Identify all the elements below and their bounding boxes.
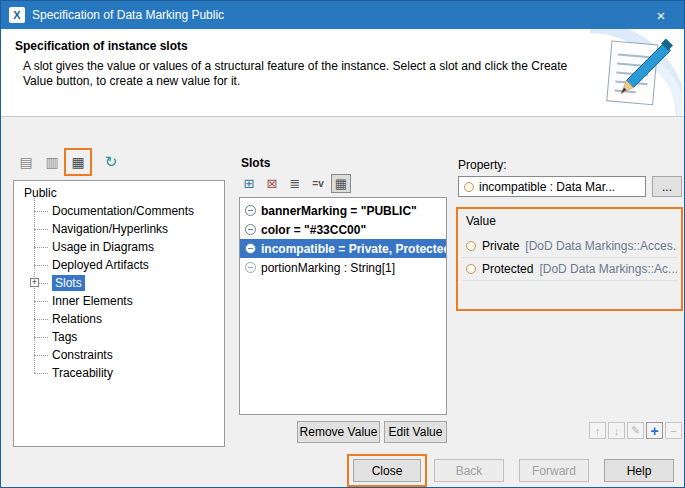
tree-item-label: Tags <box>52 330 77 344</box>
specification-dialog: X Specification of Data Marking Public ×… <box>0 0 685 488</box>
slot-icon <box>245 262 256 273</box>
forward-button[interactable]: Forward <box>519 459 589 482</box>
header-description: A slot gives the value or values of a st… <box>23 59 568 89</box>
slot-item-label: incompatible = Private, Protected <box>261 242 446 256</box>
tree-item-relations[interactable]: Relations <box>28 310 224 328</box>
document-pencil-illustration <box>552 29 682 116</box>
tree-item-label: Documentation/Comments <box>52 204 194 218</box>
back-button[interactable]: Back <box>434 459 504 482</box>
show-slots-with-values-icon[interactable]: =v <box>308 174 328 193</box>
tree-item-label: Navigation/Hyperlinks <box>52 222 168 236</box>
value-section-highlight: Value Private [DoD Data Markings::Acces.… <box>456 207 683 311</box>
property-label: Property: <box>458 158 507 172</box>
property-field[interactable]: incompatible : Data Mar... <box>458 176 646 197</box>
remove-value-small-button[interactable]: − <box>665 422 682 439</box>
header-title: Specification of instance slots <box>15 39 188 53</box>
close-button[interactable]: Close <box>353 459 421 482</box>
tree-item-label: Relations <box>52 312 102 326</box>
value-item-private[interactable]: Private [DoD Data Markings::Acces... <box>462 235 677 258</box>
slot-icon <box>245 224 256 235</box>
tree-item-label: Deployed Artifacts <box>52 258 149 272</box>
tree-item-label: Inner Elements <box>52 294 133 308</box>
slot-item-portionmarking[interactable]: portionMarking : String[1] <box>240 258 446 277</box>
grid-view-icon[interactable]: ▦ <box>331 174 351 193</box>
tree-item-documentation-comments[interactable]: Documentation/Comments <box>28 202 224 220</box>
tree-item-slots[interactable]: + Slots <box>28 274 224 292</box>
tree-view-icon[interactable]: ▤ <box>16 152 36 172</box>
tree-item-tags[interactable]: Tags <box>28 328 224 346</box>
tree-item-constraints[interactable]: Constraints <box>28 346 224 364</box>
tree-item-usage-in-diagrams[interactable]: Usage in Diagrams <box>28 238 224 256</box>
remove-value-button[interactable]: Remove Value <box>297 421 380 443</box>
tree-item-inner-elements[interactable]: Inner Elements <box>28 292 224 310</box>
tree-item-navigation-hyperlinks[interactable]: Navigation/Hyperlinks <box>28 220 224 238</box>
slot-item-label: color = "#33CC00" <box>261 223 366 237</box>
help-button[interactable]: Help <box>604 459 674 482</box>
expander-icon[interactable]: + <box>30 278 39 287</box>
tree-item-label: Traceability <box>52 366 113 380</box>
slots-section-title: Slots <box>241 156 270 170</box>
illustration-svg <box>552 29 682 116</box>
slots-toolbar: ⊞ ⊠ ≣ =v ▦ <box>239 174 351 193</box>
add-value-button[interactable]: + <box>646 422 663 439</box>
create-value-icon[interactable]: ⊞ <box>239 174 259 193</box>
edit-value-button[interactable]: Edit Value <box>384 421 447 443</box>
value-path: [DoD Data Markings::Ac... <box>539 262 677 276</box>
slot-list: bannerMarking = "PUBLIC" color = "#33CC0… <box>239 197 447 415</box>
enumeration-literal-icon <box>466 241 476 251</box>
slot-icon <box>245 243 256 254</box>
slot-item-label: portionMarking : String[1] <box>261 261 395 275</box>
magicdraw-app-icon: X <box>9 7 25 23</box>
value-section-label: Value <box>466 214 496 228</box>
tree-item-deployed-artifacts[interactable]: Deployed Artifacts <box>28 256 224 274</box>
tree-item-label-selected: Slots <box>52 275 85 291</box>
tree-item-label: Usage in Diagrams <box>52 240 154 254</box>
dialog-header: Specification of instance slots A slot g… <box>1 29 684 117</box>
tree-children: Documentation/Comments Navigation/Hyperl… <box>28 202 224 382</box>
move-down-button[interactable]: ↓ <box>608 422 625 439</box>
property-value: incompatible : Data Mar... <box>479 180 615 194</box>
browse-button[interactable]: ... <box>652 176 682 197</box>
refresh-icon[interactable]: ↻ <box>101 152 121 172</box>
containment-tree: Public Documentation/Comments Navigation… <box>13 180 225 447</box>
value-name: Private <box>482 239 519 253</box>
tree-item-label: Constraints <box>52 348 113 362</box>
inherited-view-icon[interactable]: ▥ <box>42 152 62 172</box>
tree-item-traceability[interactable]: Traceability <box>28 364 224 382</box>
move-up-button[interactable]: ↑ <box>589 422 606 439</box>
edit-value-small-button[interactable]: ✎ <box>627 422 644 439</box>
slot-item-color[interactable]: color = "#33CC00" <box>240 220 446 239</box>
slot-item-bannermarking[interactable]: bannerMarking = "PUBLIC" <box>240 201 446 220</box>
standard-expert-mode-icon[interactable]: ▦ <box>68 152 88 172</box>
enumeration-literal-icon <box>466 264 476 274</box>
window-close-button[interactable]: × <box>638 1 684 29</box>
titlebar[interactable]: X Specification of Data Marking Public × <box>1 1 684 29</box>
slot-item-label: bannerMarking = "PUBLIC" <box>261 204 417 218</box>
value-name: Protected <box>482 262 533 276</box>
collapse-all-icon[interactable]: ≣ <box>285 174 305 193</box>
window-title: Specification of Data Marking Public <box>32 8 224 22</box>
tree-item-public[interactable]: Public <box>20 184 224 202</box>
delete-value-icon[interactable]: ⊠ <box>262 174 282 193</box>
slot-icon <box>245 205 256 216</box>
value-item-protected[interactable]: Protected [DoD Data Markings::Ac... <box>462 258 677 281</box>
value-path: [DoD Data Markings::Acces... <box>525 239 677 253</box>
slot-property-icon <box>464 182 474 192</box>
slot-item-incompatible[interactable]: incompatible = Private, Protected <box>240 239 446 258</box>
